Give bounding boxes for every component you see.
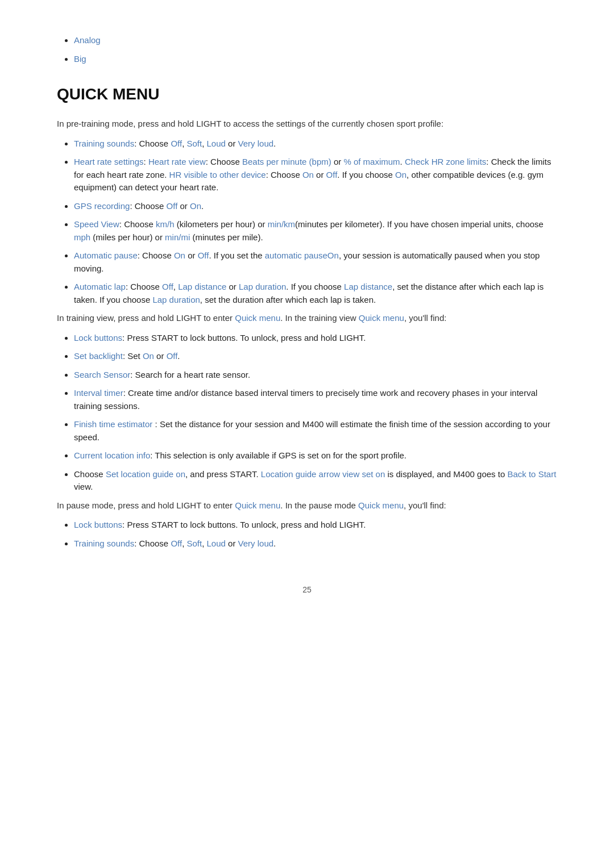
lap-distance-link[interactable]: Lap distance <box>178 282 226 291</box>
quick-menu-title: QUICK MENU <box>57 82 557 106</box>
automatic-pause-link[interactable]: Automatic pause <box>74 251 138 260</box>
pre-training-intro: In pre-training mode, press and hold LIG… <box>57 118 557 131</box>
training-view-quick-menu-link2[interactable]: Quick menu <box>359 313 404 323</box>
lap-duration2-link[interactable]: Lap duration <box>152 295 200 304</box>
lap-distance2-link[interactable]: Lap distance <box>344 282 392 291</box>
pause-quick-menu-link2[interactable]: Quick menu <box>358 500 404 510</box>
list-item-lock-buttons: Lock buttons: Press START to lock button… <box>74 332 557 345</box>
lock-buttons-pause-link[interactable]: Lock buttons <box>74 520 122 529</box>
search-sensor-link[interactable]: Search Sensor <box>74 370 130 379</box>
pause-quick-menu-link1[interactable]: Quick menu <box>235 500 280 510</box>
lock-buttons-link[interactable]: Lock buttons <box>74 333 122 343</box>
set-backlight-link[interactable]: Set backlight <box>74 351 123 361</box>
pause-mode-intro: In pause mode, press and hold LIGHT to e… <box>57 499 557 512</box>
list-item-analog: Analog <box>74 34 557 47</box>
check-hr-zone-limits-link[interactable]: Check HR zone limits <box>405 157 486 166</box>
list-item-big: Big <box>74 53 557 66</box>
top-list: Analog Big <box>74 34 557 65</box>
auto-pause-on-link[interactable]: On <box>174 251 185 260</box>
list-item-current-location-info: Current location info: This selection is… <box>74 449 557 462</box>
list-item-location-guide: Choose Set location guide on, and press … <box>74 468 557 494</box>
training-sounds-pause-very-loud[interactable]: Very loud <box>238 539 274 548</box>
gps-recording-link[interactable]: GPS recording <box>74 201 130 211</box>
analog-link[interactable]: Analog <box>74 35 101 45</box>
page-number: 25 <box>57 584 557 596</box>
training-sounds-pause-loud[interactable]: Loud <box>207 539 226 548</box>
pre-training-list: Training sounds: Choose Off, Soft, Loud … <box>74 137 557 307</box>
training-sounds-loud[interactable]: Loud <box>207 139 226 148</box>
training-sounds-very-loud[interactable]: Very loud <box>238 139 274 148</box>
backlight-on-link[interactable]: On <box>143 351 154 361</box>
list-item-automatic-pause: Automatic pause: Choose On or Off. If yo… <box>74 249 557 275</box>
automatic-lap-link[interactable]: Automatic lap <box>74 282 126 291</box>
minmi-link[interactable]: min/mi <box>165 232 190 242</box>
kmh-link[interactable]: km/h <box>156 219 175 229</box>
location-guide-arrow-link[interactable]: Location guide arrow view set on <box>261 469 385 479</box>
speed-view-link[interactable]: Speed View <box>74 219 119 229</box>
backlight-off-link[interactable]: Off <box>167 351 178 361</box>
gps-on-link[interactable]: On <box>190 201 201 211</box>
interval-timer-link[interactable]: Interval timer <box>74 388 123 398</box>
training-sounds-pause-soft[interactable]: Soft <box>186 539 202 548</box>
back-to-start-link[interactable]: Back to Start <box>507 469 556 479</box>
list-item-automatic-lap: Automatic lap: Choose Off, Lap distance … <box>74 281 557 306</box>
hr-visible-off-link[interactable]: Off <box>326 170 338 180</box>
automatic-pause-on2-link[interactable]: On <box>327 251 339 260</box>
training-sounds-link[interactable]: Training sounds <box>74 139 134 148</box>
list-item-lock-buttons-pause: Lock buttons: Press START to lock button… <box>74 519 557 532</box>
list-item-set-backlight: Set backlight: Set On or Off. <box>74 350 557 363</box>
training-view-quick-menu-link1[interactable]: Quick menu <box>235 313 280 323</box>
big-link[interactable]: Big <box>74 54 86 64</box>
training-sounds-pause-link[interactable]: Training sounds <box>74 539 134 548</box>
list-item-training-sounds-pause: Training sounds: Choose Off, Soft, Loud … <box>74 537 557 550</box>
heart-rate-view-link[interactable]: Heart rate view <box>148 157 206 166</box>
gps-off-link[interactable]: Off <box>167 201 178 211</box>
percent-maximum-link[interactable]: % of maximum <box>343 157 400 166</box>
pause-mode-list: Lock buttons: Press START to lock button… <box>74 519 557 550</box>
list-item-training-sounds: Training sounds: Choose Off, Soft, Loud … <box>74 137 557 151</box>
training-sounds-off[interactable]: Off <box>171 139 182 148</box>
hr-visible-link[interactable]: HR visible to other device <box>169 170 266 180</box>
set-location-guide-on-link[interactable]: Set location guide on <box>106 469 185 479</box>
list-item-gps-recording: GPS recording: Choose Off or On. <box>74 200 557 213</box>
list-item-interval-timer: Interval timer: Create time and/or dista… <box>74 387 557 412</box>
hr-visible-on2-link[interactable]: On <box>395 170 406 180</box>
list-item-speed-view: Speed View: Choose km/h (kilometers per … <box>74 218 557 244</box>
auto-pause-off-link[interactable]: Off <box>198 251 209 260</box>
training-view-intro: In training view, press and hold LIGHT t… <box>57 312 557 325</box>
current-location-info-link[interactable]: Current location info <box>74 450 150 460</box>
lap-duration-link[interactable]: Lap duration <box>239 282 286 291</box>
auto-lap-off-link[interactable]: Off <box>162 282 173 291</box>
list-item-finish-time-estimator: Finish time estimator : Set the distance… <box>74 418 557 444</box>
mph-link[interactable]: mph <box>74 232 90 242</box>
hr-visible-on-link[interactable]: On <box>302 170 314 180</box>
heart-rate-settings-link[interactable]: Heart rate settings <box>74 157 144 166</box>
list-item-search-sensor: Search Sensor: Search for a heart rate s… <box>74 369 557 382</box>
minkm-link[interactable]: min/km <box>268 219 295 229</box>
beats-per-minute-link[interactable]: Beats per minute (bpm) <box>242 157 331 166</box>
training-view-list: Lock buttons: Press START to lock button… <box>74 332 557 494</box>
training-sounds-pause-off[interactable]: Off <box>171 539 182 548</box>
list-item-heart-rate-settings: Heart rate settings: Heart rate view: Ch… <box>74 156 557 194</box>
finish-time-estimator-link[interactable]: Finish time estimator <box>74 419 152 429</box>
automatic-pause-on-link[interactable]: automatic pause <box>265 251 327 260</box>
training-sounds-soft[interactable]: Soft <box>186 139 202 148</box>
